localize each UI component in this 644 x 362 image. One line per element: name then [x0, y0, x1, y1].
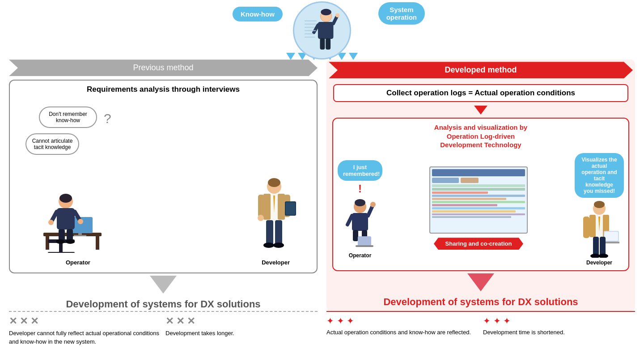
previous-method-label: Previous method — [133, 63, 193, 72]
right-down-arrow — [329, 273, 633, 293]
collect-box: Collect operation logs = Actual operatio… — [333, 84, 628, 102]
svg-rect-51 — [352, 213, 368, 231]
svg-rect-25 — [57, 208, 75, 230]
svg-point-4 — [335, 13, 339, 17]
result-1: ✦ ✦ ✦ Actual operation conditions and kn… — [326, 315, 479, 337]
svg-rect-11 — [305, 30, 316, 31]
svg-rect-12 — [305, 34, 314, 35]
problem-2-text: Development takes longer. — [165, 329, 318, 338]
question-mark: ? — [104, 111, 111, 126]
columns-wrapper: Previous method Requirements analysis th… — [0, 60, 644, 311]
svg-rect-65 — [583, 217, 589, 238]
developed-method-label: Developed method — [445, 65, 517, 74]
svg-rect-10 — [305, 27, 315, 28]
svg-point-47 — [263, 243, 274, 248]
svg-point-33 — [66, 239, 75, 244]
svg-point-1 — [321, 9, 331, 16]
developed-method-header: Developed method — [329, 62, 633, 78]
thought-text-1: Don't remember know-how — [49, 111, 87, 124]
person-svg — [302, 8, 342, 53]
interview-box: Requirements analysis through interviews… — [9, 80, 318, 273]
previous-method-header: Previous method — [9, 60, 318, 76]
svg-point-29 — [78, 219, 83, 224]
svg-rect-22 — [48, 252, 75, 253]
svg-point-48 — [273, 243, 284, 248]
sysop-line2: operation — [386, 13, 417, 21]
svg-line-3 — [333, 16, 337, 23]
svg-rect-8 — [305, 21, 317, 22]
svg-point-42 — [258, 215, 264, 221]
exclamation-mark: ! — [358, 183, 362, 195]
svg-rect-44 — [286, 202, 295, 215]
svg-rect-46 — [275, 220, 282, 245]
svg-rect-15 — [46, 236, 49, 250]
developer-figure — [252, 177, 297, 255]
analysis-title: Analysis and visualization by Operation … — [338, 123, 624, 149]
collect-text: Collect operation logs = Actual operatio… — [386, 89, 575, 97]
result-2: ✦ ✦ ✦ Development time is shortened. — [483, 315, 635, 337]
knowhow-text: Know-how — [241, 10, 275, 18]
svg-rect-13 — [305, 37, 315, 38]
sharing-arrow: Sharing and co-creation — [434, 238, 523, 250]
top-section: Know-how System operation — [0, 0, 644, 60]
remembered-text: I just remembered! — [343, 164, 380, 177]
svg-line-52 — [368, 206, 373, 216]
left-illustration-area: Don't remember know-how Cannot articulat… — [17, 98, 310, 268]
operator-label: Operator — [66, 259, 90, 266]
x-marks-1: ✕ ✕ ✕ — [9, 315, 161, 327]
svg-rect-38 — [263, 194, 271, 220]
svg-rect-63 — [589, 215, 596, 237]
svg-rect-70 — [600, 237, 606, 256]
bubble-sysop: System operation — [378, 2, 425, 25]
developer-label: Developer — [262, 259, 290, 266]
svg-rect-6 — [320, 38, 325, 50]
sysop-line1: System — [390, 6, 413, 13]
screen-box — [429, 166, 528, 234]
svg-rect-19 — [74, 235, 86, 236]
right-developer-area: Visualizes the actual operation and taci… — [575, 153, 624, 266]
interview-title: Requirements analysis through interviews — [17, 85, 310, 94]
operator-figure — [43, 181, 102, 255]
svg-rect-7 — [326, 38, 330, 50]
analysis-line1: Analysis and visualization by — [434, 124, 527, 131]
right-inner-box: Analysis and visualization by Operation … — [332, 118, 629, 271]
right-developer-label: Developer — [586, 260, 612, 266]
svg-rect-16 — [96, 236, 99, 250]
analysis-line3: Development Technology — [440, 141, 521, 149]
right-dx-text: Development of systems for DX solutions — [329, 296, 633, 308]
visualizes-text: Visualizes the actual operation and taci… — [581, 157, 617, 194]
svg-point-53 — [370, 202, 376, 207]
svg-rect-45 — [266, 220, 273, 245]
svg-point-60 — [594, 201, 605, 208]
svg-point-28 — [48, 220, 54, 225]
sharing-text: Sharing and co-creation — [445, 240, 512, 247]
svg-rect-55 — [353, 230, 358, 241]
bubble-knowhow: Know-how — [233, 7, 283, 21]
problem-2: ✕ ✕ ✕ Development takes longer. — [165, 315, 318, 338]
result-2-text: Development time is shortened. — [483, 328, 635, 337]
right-operator-area: I just remembered! ! — [338, 160, 382, 259]
center-screen-area: Sharing and co-creation — [429, 166, 528, 252]
right-column: Developed method Collect operation logs … — [326, 60, 635, 311]
result-1-text: Actual operation conditions and know-how… — [326, 328, 479, 337]
person-illustration — [293, 1, 351, 60]
svg-rect-69 — [593, 237, 599, 256]
bottom-right: ✦ ✦ ✦ Actual operation conditions and kn… — [326, 311, 635, 362]
bottom-section: ✕ ✕ ✕ Developer cannot fully reflect act… — [0, 311, 644, 362]
analysis-line2: Operation Log-driven — [447, 132, 515, 140]
left-dx-text: Development of systems for DX solutions — [9, 298, 318, 310]
svg-point-32 — [56, 239, 65, 244]
svg-point-50 — [355, 199, 365, 206]
svg-rect-21 — [59, 243, 63, 252]
left-down-arrow — [9, 276, 318, 295]
right-operator-svg — [342, 197, 378, 251]
star-marks-1: ✦ ✦ ✦ — [326, 315, 479, 326]
thought-text-2: Cannot articulate tacit knowledge — [32, 138, 73, 150]
svg-rect-2 — [318, 22, 334, 39]
svg-line-54 — [347, 216, 352, 225]
x-marks-2: ✕ ✕ ✕ — [165, 315, 318, 327]
right-developer-svg — [579, 200, 619, 258]
svg-point-35 — [268, 178, 280, 187]
thought-bubble-1: Don't remember know-how — [39, 106, 97, 128]
svg-rect-67 — [605, 232, 618, 241]
